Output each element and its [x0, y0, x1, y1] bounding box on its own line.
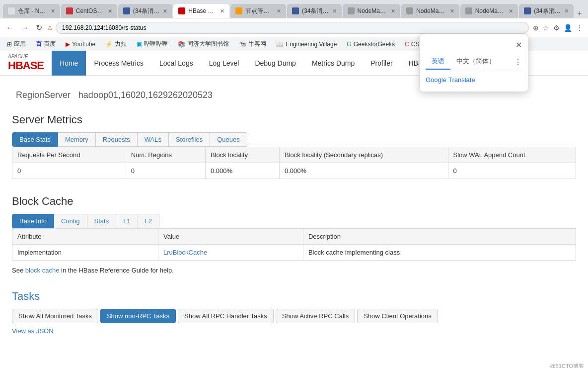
translate-lang-chinese[interactable]: 中文（简体）	[450, 54, 501, 70]
col-description: Description	[303, 229, 576, 245]
bookmark-apps[interactable]: ⊞ 应用	[4, 39, 29, 49]
block-cache-tabs: Base Info Config Stats L1 L2	[12, 214, 576, 228]
nav-metrics-dump[interactable]: Metrics Dump	[304, 51, 363, 76]
browser-tab-10[interactable]: (34条消息)... ✕	[519, 4, 573, 18]
address-input[interactable]	[56, 22, 529, 34]
translate-close-button[interactable]: ✕	[515, 40, 522, 50]
browser-tab-5[interactable]: 节点管理器... ✕	[230, 4, 286, 18]
val-attribute: Implementation	[12, 245, 158, 261]
tab-l1[interactable]: L1	[116, 214, 138, 228]
tab-favicon-5	[235, 7, 242, 14]
tab-favicon-7	[348, 7, 355, 14]
tab-close-10[interactable]: ✕	[564, 8, 569, 14]
help-text: See block cache in the HBase Reference G…	[12, 267, 576, 274]
translate-button[interactable]: ⊕	[532, 23, 540, 33]
tab-label-3: (34条消息)...	[133, 7, 160, 15]
block-cache-title: Block Cache	[12, 195, 576, 208]
bookmark-youtube[interactable]: ▶ YouTube	[63, 40, 98, 49]
browser-tab-1[interactable]: 仓库 - Neon... ✕	[3, 4, 60, 18]
leetcode-icon: ⚡	[105, 41, 113, 48]
bookmark-engineering-village[interactable]: 📖 Engineering Village	[273, 40, 340, 49]
browser-tab-6[interactable]: (34条消息)... ✕	[287, 4, 341, 18]
nav-local-logs[interactable]: Local Logs	[151, 51, 201, 76]
nav-profiler[interactable]: Profiler	[363, 51, 400, 76]
tab-close-8[interactable]: ✕	[450, 8, 454, 14]
menu-button[interactable]: ⋮	[575, 23, 584, 33]
show-active-rpc-button[interactable]: Show Active RPC Calls	[276, 309, 355, 323]
main-content: RegionServer hadoop01,16020,162926202052…	[0, 76, 588, 361]
security-warning-icon: ⚠	[47, 24, 53, 31]
browser-tab-3[interactable]: (34条消息)... ✕	[118, 4, 172, 18]
tasks-buttons: Show All Monitored Tasks Show non-RPC Ta…	[12, 309, 576, 323]
view-as-json-link[interactable]: View as JSON	[12, 327, 54, 335]
block-cache-section: Block Cache Base Info Config Stats L1 L2…	[12, 195, 576, 274]
lru-block-cache-link[interactable]: LruBlockCache	[163, 249, 207, 256]
table-row: 0 0 0.000% 0.000% 0	[12, 163, 576, 179]
tab-close-7[interactable]: ✕	[391, 8, 395, 14]
show-all-rpc-handler-button[interactable]: Show All RPC Handler Tasks	[178, 309, 274, 323]
profile-button[interactable]: 👤	[563, 23, 573, 33]
bookmark-tongji[interactable]: 📚 同济大学图书馆	[175, 39, 232, 49]
tab-close-4[interactable]: ✕	[220, 8, 224, 14]
browser-tab-7[interactable]: NodeManag... ✕	[343, 4, 401, 18]
tab-label-8: NodeManag...	[416, 7, 447, 14]
tab-queues[interactable]: Queues	[210, 132, 247, 147]
tab-requests[interactable]: Requests	[96, 132, 138, 147]
browser-tab-8[interactable]: NodeManag... ✕	[401, 4, 459, 18]
translate-header: ✕	[426, 40, 522, 50]
translate-options-button[interactable]: ⋮	[514, 57, 522, 67]
page-title-main: RegionServer	[16, 90, 71, 100]
tab-close-2[interactable]: ✕	[108, 8, 112, 14]
nav-process-metrics[interactable]: Process Metrics	[86, 51, 151, 76]
tab-storefiles[interactable]: Storefiles	[169, 132, 210, 147]
tab-base-stats[interactable]: Base Stats	[12, 132, 58, 147]
reload-button[interactable]: ↻	[34, 22, 44, 33]
browser-tab-2[interactable]: CentOS7安... ✕	[61, 4, 117, 18]
tab-l2[interactable]: L2	[138, 214, 159, 228]
help-text-prefix: See	[12, 267, 23, 274]
extensions-button[interactable]: ⚙	[552, 23, 561, 33]
tab-close-9[interactable]: ✕	[509, 8, 513, 14]
forward-button[interactable]: →	[19, 22, 31, 33]
tab-favicon-6	[292, 7, 299, 14]
tab-label-7: NodeManag...	[358, 7, 388, 14]
bookmark-bilibili[interactable]: ▣ 哔哩哔哩	[134, 39, 171, 49]
browser-tab-9[interactable]: NodeManag... ✕	[460, 4, 518, 18]
show-non-rpc-button[interactable]: Show non-RPC Tasks	[100, 309, 176, 323]
tab-config[interactable]: Config	[54, 214, 87, 228]
server-metrics-title: Server Metrics	[12, 113, 576, 126]
toolbar-icons: ⊕ ☆ ⚙ 👤 ⋮	[532, 23, 584, 33]
translate-label[interactable]: Translate	[448, 76, 475, 84]
tab-base-info[interactable]: Base Info	[12, 214, 54, 228]
tab-stats[interactable]: Stats	[87, 214, 117, 228]
translate-lang-english[interactable]: 英语	[426, 54, 450, 70]
bookmark-geeksforgeeks[interactable]: G GeeksforGeeks	[344, 40, 398, 49]
bookmark-label-bilibili: 哔哩哔哩	[144, 40, 168, 48]
show-all-monitored-button[interactable]: Show All Monitored Tasks	[12, 309, 98, 323]
bookmark-nowcoder[interactable]: 🐄 牛客网	[236, 39, 269, 49]
browser-tab-4[interactable]: HBase Reg... ✕	[173, 4, 229, 18]
block-cache-help-link[interactable]: block cache	[25, 267, 60, 274]
bookmark-label-apps: 应用	[14, 40, 26, 48]
bookmark-button[interactable]: ☆	[542, 23, 550, 33]
show-client-ops-button[interactable]: Show Client Operations	[357, 309, 438, 323]
bookmark-leetcode[interactable]: ⚡ 力扣	[102, 39, 130, 49]
translate-popup: ✕ 英语 中文（简体） ⋮ Google Translate	[419, 34, 528, 92]
nav-log-level[interactable]: Log Level	[201, 51, 247, 76]
translate-lang-row: 英语 中文（简体） ⋮	[426, 54, 522, 70]
baidu-icon: 百	[36, 40, 42, 48]
tab-close-1[interactable]: ✕	[51, 8, 55, 14]
tab-label-5: 节点管理器...	[245, 7, 274, 15]
help-text-suffix: in the HBase Reference Guide for help.	[61, 267, 174, 274]
nav-links: Home Process Metrics Local Logs Log Leve…	[52, 51, 481, 76]
back-button[interactable]: ←	[4, 22, 16, 33]
nav-home[interactable]: Home	[52, 51, 86, 76]
tab-close-3[interactable]: ✕	[163, 8, 167, 14]
new-tab-button[interactable]: +	[575, 9, 585, 18]
nav-debug-dump[interactable]: Debug Dump	[247, 51, 304, 76]
tab-close-6[interactable]: ✕	[332, 8, 337, 14]
bookmark-baidu[interactable]: 百 百度	[33, 39, 59, 49]
tab-wals[interactable]: WALs	[138, 132, 169, 147]
tab-memory[interactable]: Memory	[58, 132, 96, 147]
tab-close-5[interactable]: ✕	[277, 8, 281, 14]
